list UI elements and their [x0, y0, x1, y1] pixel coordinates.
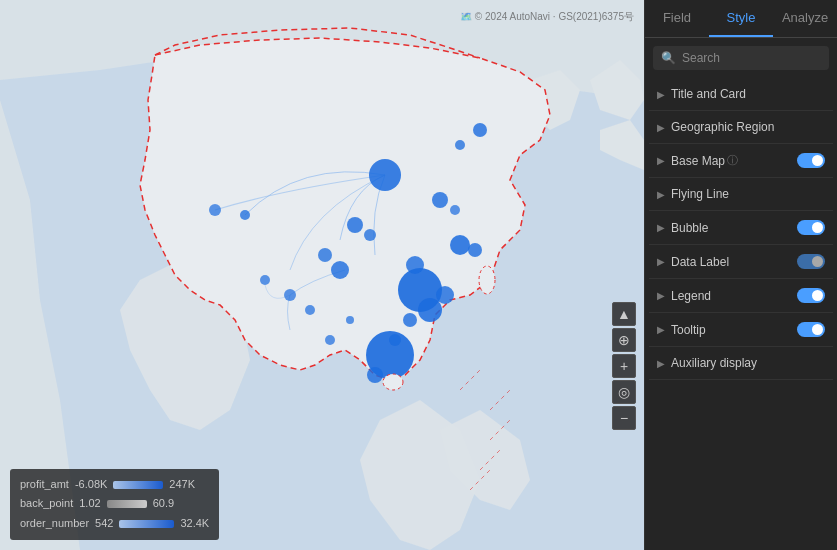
chevron-icon: ▶ [657, 290, 665, 301]
chevron-icon: ▶ [657, 89, 665, 100]
data-label-toggle[interactable] [797, 254, 825, 269]
svg-point-22 [240, 210, 250, 220]
legend-back-label: back_point [20, 494, 73, 514]
svg-point-24 [325, 335, 335, 345]
style-item-label: Bubble [671, 221, 708, 235]
tab-style[interactable]: Style [709, 0, 773, 37]
chevron-icon: ▶ [657, 222, 665, 233]
svg-point-17 [450, 205, 460, 215]
style-item-label: Geographic Region [671, 120, 774, 134]
style-list: ▶ Title and Card ▶ Geographic Region ▶ B… [645, 78, 837, 550]
navigate-btn[interactable]: ▲ [612, 302, 636, 326]
chevron-icon: ▶ [657, 324, 665, 335]
tab-field[interactable]: Field [645, 0, 709, 37]
legend-profit-max: 247K [169, 475, 195, 495]
svg-point-12 [347, 217, 363, 233]
legend-back-max: 60.9 [153, 494, 174, 514]
tooltip-toggle[interactable] [797, 322, 825, 337]
style-item-auxiliary-display[interactable]: ▶ Auxiliary display [649, 347, 833, 380]
svg-point-11 [318, 248, 332, 262]
svg-point-19 [284, 289, 296, 301]
legend-toggle[interactable] [797, 288, 825, 303]
legend-order-max: 32.4K [180, 514, 209, 534]
search-input[interactable] [682, 51, 832, 65]
watermark: 🗺️ © 2024 AutoNavi · GS(2021)6375号 [460, 10, 634, 24]
svg-point-28 [479, 266, 495, 294]
chevron-icon: ▶ [657, 155, 665, 166]
legend-profit-min: -6.08K [75, 475, 107, 495]
svg-point-6 [450, 235, 470, 255]
bubble-toggle[interactable] [797, 220, 825, 235]
svg-point-20 [260, 275, 270, 285]
chevron-icon: ▶ [657, 358, 665, 369]
search-icon: 🔍 [661, 51, 676, 65]
style-item-tooltip[interactable]: ▶ Tooltip [649, 313, 833, 347]
legend-profit-label: profit_amt [20, 475, 69, 495]
style-item-flying-line[interactable]: ▶ Flying Line [649, 178, 833, 211]
svg-point-27 [383, 374, 403, 390]
right-panel: Field Style Analyze 🔍 ⋮ ▶ Title and Card… [644, 0, 837, 550]
style-item-base-map[interactable]: ▶ Base Map ⓘ [649, 144, 833, 178]
style-item-bubble[interactable]: ▶ Bubble [649, 211, 833, 245]
svg-point-14 [473, 123, 487, 137]
style-item-label: Title and Card [671, 87, 746, 101]
zoom-out-btn[interactable]: − [612, 406, 636, 430]
style-item-data-label[interactable]: ▶ Data Label [649, 245, 833, 279]
legend-back-bar [107, 500, 147, 508]
base-map-toggle[interactable] [797, 153, 825, 168]
chevron-icon: ▶ [657, 122, 665, 133]
legend-order-bar [119, 520, 174, 528]
svg-point-23 [209, 204, 221, 216]
legend-profit-bar [113, 481, 163, 489]
tabs: Field Style Analyze [645, 0, 837, 38]
map-area[interactable]: 🗺️ © 2024 AutoNavi · GS(2021)6375号 ▲ ⊕ +… [0, 0, 644, 550]
svg-point-21 [305, 305, 315, 315]
style-item-label: Flying Line [671, 187, 729, 201]
legend-order-label: order_number [20, 514, 89, 534]
chevron-icon: ▶ [657, 256, 665, 267]
search-box: 🔍 ⋮ [653, 46, 829, 70]
svg-point-5 [403, 313, 417, 327]
svg-point-18 [406, 256, 424, 274]
svg-point-13 [364, 229, 376, 241]
legend-order-min: 542 [95, 514, 113, 534]
svg-point-26 [389, 334, 401, 346]
svg-point-15 [455, 140, 465, 150]
legend-back-min: 1.02 [79, 494, 100, 514]
svg-point-1 [369, 159, 401, 191]
style-item-label: Data Label [671, 255, 729, 269]
chevron-icon: ▶ [657, 189, 665, 200]
svg-point-3 [418, 298, 442, 322]
map-controls: ▲ ⊕ + ◎ − [612, 302, 636, 430]
map-legend: profit_amt -6.08K 247K back_point 1.02 6… [10, 469, 219, 540]
compass-btn[interactable]: ⊕ [612, 328, 636, 352]
svg-point-16 [432, 192, 448, 208]
tab-analyze[interactable]: Analyze [773, 0, 837, 37]
locate-btn[interactable]: ◎ [612, 380, 636, 404]
style-item-label: Auxiliary display [671, 356, 757, 370]
info-icon: ⓘ [727, 153, 738, 168]
style-item-label: Base Map [671, 154, 725, 168]
svg-point-7 [468, 243, 482, 257]
style-item-geographic-region[interactable]: ▶ Geographic Region [649, 111, 833, 144]
style-item-title-card[interactable]: ▶ Title and Card [649, 78, 833, 111]
style-item-label: Legend [671, 289, 711, 303]
svg-point-10 [331, 261, 349, 279]
zoom-in-btn[interactable]: + [612, 354, 636, 378]
svg-point-25 [346, 316, 354, 324]
style-item-label: Tooltip [671, 323, 706, 337]
svg-point-9 [367, 367, 383, 383]
style-item-legend[interactable]: ▶ Legend [649, 279, 833, 313]
svg-point-4 [436, 286, 454, 304]
